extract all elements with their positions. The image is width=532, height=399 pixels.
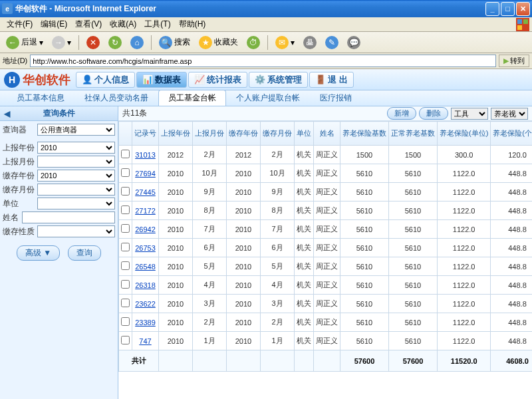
row-checkbox[interactable] bbox=[121, 261, 130, 270]
address-label: 地址(D) bbox=[3, 56, 27, 66]
row-checkbox[interactable] bbox=[121, 280, 130, 289]
name-input[interactable] bbox=[22, 211, 115, 223]
menu-edit[interactable]: 编辑(E) bbox=[37, 17, 71, 31]
print-button[interactable]: 🖶 bbox=[300, 35, 320, 51]
record-link[interactable]: 26318 bbox=[135, 281, 156, 289]
table-row: 2717220108月20108月机关周正义561056101122.0448.… bbox=[119, 201, 533, 220]
forward-button[interactable]: → ▾ bbox=[49, 35, 74, 51]
col-header[interactable]: 养老保险基数 bbox=[340, 122, 389, 146]
svg-rect-2 bbox=[523, 19, 528, 24]
minimize-button[interactable]: _ bbox=[485, 2, 499, 16]
menu-bar: 文件(F) 编辑(E) 查看(V) 收藏(A) 工具(T) 帮助(H) bbox=[0, 17, 532, 32]
report-month-select[interactable] bbox=[37, 156, 115, 168]
menu-help[interactable]: 帮助(H) bbox=[175, 17, 210, 31]
menu-file[interactable]: 文件(F) bbox=[3, 17, 37, 31]
table-row: 27694201010月201010月机关周正义561056101122.044… bbox=[119, 164, 533, 183]
record-link[interactable]: 23389 bbox=[135, 319, 156, 327]
record-link[interactable]: 27445 bbox=[135, 188, 156, 196]
pay-month-select[interactable] bbox=[37, 184, 115, 196]
nav-4[interactable]: 🚪退 出 bbox=[309, 72, 354, 88]
go-button[interactable]: ▶转到 bbox=[499, 55, 529, 67]
tool-select[interactable]: 工具 bbox=[451, 108, 488, 120]
record-link[interactable]: 26942 bbox=[135, 225, 156, 233]
row-checkbox[interactable] bbox=[121, 299, 130, 307]
nav-1[interactable]: 📊数据表 bbox=[136, 72, 187, 88]
record-link[interactable]: 747 bbox=[139, 337, 151, 345]
menu-tools[interactable]: 工具(T) bbox=[140, 17, 174, 31]
col-header[interactable]: 单位 bbox=[295, 122, 314, 146]
record-link[interactable]: 27172 bbox=[135, 207, 156, 215]
nav-3[interactable]: ⚙️系统管理 bbox=[249, 72, 308, 88]
row-checkbox[interactable] bbox=[121, 168, 130, 177]
history-button[interactable]: ⏱ bbox=[243, 35, 263, 51]
record-link[interactable]: 23622 bbox=[135, 300, 156, 308]
record-link[interactable]: 26548 bbox=[135, 263, 156, 271]
maximize-button[interactable]: □ bbox=[501, 2, 515, 16]
col-header[interactable]: 养老保险(单位) bbox=[438, 122, 491, 146]
advanced-button[interactable]: 高级 ▼ bbox=[17, 245, 60, 261]
table-row: 2362220103月20103月机关周正义561056101122.0448.… bbox=[119, 295, 533, 313]
app-logo: H 华创软件 bbox=[4, 72, 70, 88]
logo-icon: H bbox=[4, 72, 20, 88]
col-header[interactable]: 上报年份 bbox=[159, 122, 193, 146]
menu-view[interactable]: 查看(V) bbox=[71, 17, 106, 31]
query-button[interactable]: 查询 bbox=[68, 245, 101, 261]
report-year-select[interactable]: 2010 bbox=[37, 142, 115, 154]
nav-icon: 🚪 bbox=[315, 74, 326, 85]
row-checkbox[interactable] bbox=[121, 243, 130, 251]
nav-2[interactable]: 📈统计报表 bbox=[188, 72, 247, 88]
favorites-button[interactable]: ★收藏夹 bbox=[196, 35, 241, 51]
record-link[interactable]: 26753 bbox=[135, 244, 156, 252]
table-row: 3101320122月20122月机关周正义15001500300.0120.0… bbox=[119, 146, 533, 164]
querier-select[interactable]: 公用查询器 bbox=[37, 124, 115, 136]
data-table: 记录号上报年份上报月份缴存年份缴存月份单位姓名养老保险基数正常养老基数养老保险(… bbox=[118, 121, 532, 372]
row-checkbox[interactable] bbox=[121, 224, 130, 233]
app-icon: e bbox=[2, 3, 13, 14]
menu-fav[interactable]: 收藏(A) bbox=[106, 17, 140, 31]
subtab-1[interactable]: 社保人员变动名册 bbox=[74, 90, 158, 106]
row-checkbox[interactable] bbox=[121, 336, 130, 344]
subtab-2[interactable]: 员工基金台帐 bbox=[158, 90, 226, 106]
search-button[interactable]: 🔍搜索 bbox=[156, 35, 194, 51]
col-header[interactable]: 缴存年份 bbox=[227, 122, 261, 146]
delete-button[interactable]: 删除 bbox=[419, 107, 448, 120]
close-button[interactable]: ✕ bbox=[516, 2, 530, 16]
subtab-3[interactable]: 个人账户提取台帐 bbox=[226, 90, 310, 106]
col-header[interactable]: 姓名 bbox=[314, 122, 340, 146]
nav-icon: 📈 bbox=[194, 74, 205, 85]
collapse-icon[interactable]: ◀ bbox=[4, 109, 10, 118]
row-checkbox[interactable] bbox=[121, 317, 130, 326]
address-input[interactable] bbox=[30, 55, 496, 67]
view-select[interactable]: 养老视 bbox=[491, 108, 528, 120]
subtab-0[interactable]: 员工基本信息 bbox=[7, 90, 74, 106]
home-button[interactable]: ⌂ bbox=[127, 35, 147, 51]
table-row: 2631820104月20104月机关周正义561056101122.0448.… bbox=[119, 276, 533, 295]
row-checkbox[interactable] bbox=[121, 187, 130, 196]
col-header[interactable]: 记录号 bbox=[132, 122, 159, 146]
back-button[interactable]: ←后退 ▾ bbox=[3, 35, 47, 51]
stop-button[interactable]: ✕ bbox=[83, 35, 103, 51]
col-header[interactable]: 正常养老基数 bbox=[389, 122, 438, 146]
refresh-button[interactable]: ↻ bbox=[105, 35, 125, 51]
nav-icon: ⚙️ bbox=[255, 74, 265, 85]
row-checkbox[interactable] bbox=[121, 205, 130, 214]
window-title: 华创软件 - Microsoft Internet Explorer bbox=[15, 3, 485, 15]
nav-0[interactable]: 👤个人信息 bbox=[76, 72, 135, 88]
address-bar: 地址(D) ▶转到 bbox=[0, 53, 532, 69]
col-header[interactable]: 缴存月份 bbox=[261, 122, 295, 146]
mail-button[interactable]: ✉▾ bbox=[272, 35, 298, 51]
edit-button[interactable]: ✎ bbox=[322, 35, 342, 51]
nature-select[interactable] bbox=[37, 225, 115, 237]
row-checkbox[interactable] bbox=[121, 150, 130, 158]
total-cell: 57600 bbox=[340, 350, 389, 372]
subtab-4[interactable]: 医疗报销 bbox=[310, 90, 362, 106]
record-link[interactable]: 31013 bbox=[135, 151, 156, 159]
pay-year-select[interactable]: 2010 bbox=[37, 170, 115, 182]
col-header[interactable]: 养老保险(个人) bbox=[491, 122, 532, 146]
col-header[interactable] bbox=[119, 122, 132, 146]
discuss-button[interactable]: 💬 bbox=[344, 35, 364, 51]
col-header[interactable]: 上报月份 bbox=[193, 122, 227, 146]
unit-select[interactable] bbox=[37, 198, 115, 209]
new-button[interactable]: 新增 bbox=[387, 107, 416, 120]
record-link[interactable]: 27694 bbox=[135, 170, 156, 178]
